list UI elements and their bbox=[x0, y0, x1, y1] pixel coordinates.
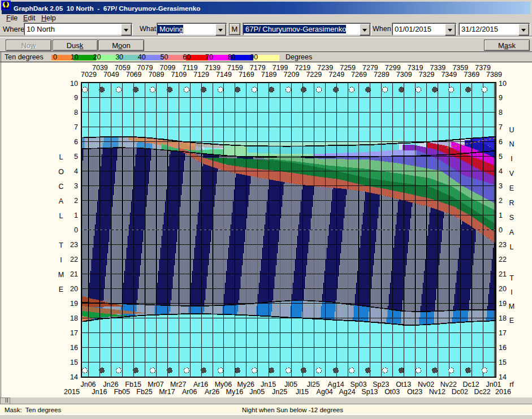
svg-text:Jn15: Jn15 bbox=[261, 381, 276, 388]
svg-text:7299: 7299 bbox=[385, 64, 401, 72]
svg-text:M: M bbox=[509, 303, 514, 310]
svg-text:7129: 7129 bbox=[193, 71, 209, 79]
svg-text:7199: 7199 bbox=[273, 64, 288, 72]
svg-text:9: 9 bbox=[74, 94, 78, 102]
svg-text:3: 3 bbox=[74, 182, 78, 190]
svg-text:Jn01: Jn01 bbox=[486, 381, 501, 388]
svg-text:8: 8 bbox=[74, 109, 78, 116]
svg-text:I: I bbox=[511, 155, 512, 163]
svg-text:S: S bbox=[509, 214, 514, 222]
svg-text:7079: 7079 bbox=[137, 64, 153, 72]
svg-text:Dc22: Dc22 bbox=[474, 388, 491, 396]
svg-text:21: 21 bbox=[499, 270, 507, 278]
svg-text:T: T bbox=[509, 274, 514, 282]
svg-text:7379: 7379 bbox=[475, 64, 491, 72]
svg-text:16: 16 bbox=[499, 344, 507, 352]
svg-text:7229: 7229 bbox=[306, 71, 322, 79]
svg-text:rf: rf bbox=[509, 381, 514, 388]
svg-text:Jn25: Jn25 bbox=[272, 388, 287, 396]
svg-text:Jn16: Jn16 bbox=[92, 388, 107, 396]
svg-text:Sp03: Sp03 bbox=[350, 381, 366, 388]
svg-text:6: 6 bbox=[74, 138, 78, 146]
svg-text:20: 20 bbox=[70, 285, 78, 293]
svg-text:E: E bbox=[59, 286, 63, 293]
svg-text:Jl05: Jl05 bbox=[284, 381, 297, 388]
svg-text:E: E bbox=[509, 184, 514, 192]
svg-text:17: 17 bbox=[499, 329, 507, 337]
svg-text:10: 10 bbox=[499, 80, 507, 88]
svg-text:7359: 7359 bbox=[452, 64, 468, 72]
svg-text:7039: 7039 bbox=[92, 64, 108, 72]
svg-text:14: 14 bbox=[499, 373, 507, 381]
svg-text:N: N bbox=[509, 140, 514, 148]
svg-text:7319: 7319 bbox=[408, 64, 423, 72]
svg-text:2015: 2015 bbox=[64, 388, 80, 396]
svg-text:Ag24: Ag24 bbox=[339, 388, 355, 396]
svg-text:Mr27: Mr27 bbox=[170, 381, 187, 388]
svg-text:Nv22: Nv22 bbox=[440, 381, 457, 388]
svg-text:C: C bbox=[58, 183, 63, 191]
svg-text:L: L bbox=[59, 153, 63, 161]
svg-text:Jn05: Jn05 bbox=[249, 388, 265, 396]
svg-text:15: 15 bbox=[70, 358, 78, 366]
svg-text:19: 19 bbox=[499, 300, 507, 308]
svg-text:7159: 7159 bbox=[227, 64, 243, 72]
svg-text:M: M bbox=[58, 271, 64, 279]
svg-text:E: E bbox=[509, 317, 514, 325]
svg-text:7049: 7049 bbox=[103, 71, 119, 79]
svg-text:A: A bbox=[59, 197, 64, 205]
svg-text:Dc02: Dc02 bbox=[452, 388, 468, 396]
svg-text:Ot23: Ot23 bbox=[407, 388, 422, 396]
svg-text:7249: 7249 bbox=[328, 71, 344, 79]
svg-text:L: L bbox=[59, 212, 63, 220]
svg-text:7: 7 bbox=[499, 123, 503, 131]
svg-text:7339: 7339 bbox=[430, 64, 446, 72]
svg-text:7: 7 bbox=[74, 123, 78, 131]
svg-text:I: I bbox=[511, 288, 512, 296]
svg-text:7389: 7389 bbox=[486, 71, 502, 79]
svg-text:18: 18 bbox=[70, 314, 78, 322]
svg-text:My16: My16 bbox=[226, 388, 244, 396]
svg-text:15: 15 bbox=[499, 358, 507, 366]
svg-text:L: L bbox=[510, 243, 514, 251]
svg-text:2: 2 bbox=[499, 197, 503, 205]
svg-text:V: V bbox=[509, 170, 514, 178]
svg-text:7069: 7069 bbox=[126, 71, 142, 79]
svg-text:7139: 7139 bbox=[205, 64, 220, 72]
svg-text:Jl15: Jl15 bbox=[296, 388, 309, 396]
svg-text:9: 9 bbox=[499, 94, 503, 102]
svg-text:Fb15: Fb15 bbox=[125, 381, 141, 388]
svg-text:7029: 7029 bbox=[81, 71, 97, 79]
svg-text:16: 16 bbox=[70, 344, 78, 352]
svg-text:7329: 7329 bbox=[419, 71, 435, 79]
svg-text:Mr17: Mr17 bbox=[159, 388, 175, 396]
svg-text:Ar06: Ar06 bbox=[182, 388, 197, 396]
svg-text:22: 22 bbox=[499, 256, 507, 264]
svg-text:My26: My26 bbox=[237, 381, 255, 388]
svg-text:23: 23 bbox=[70, 241, 78, 249]
svg-text:6: 6 bbox=[499, 138, 503, 146]
svg-text:5: 5 bbox=[74, 153, 78, 161]
svg-text:7189: 7189 bbox=[261, 71, 277, 79]
svg-text:7259: 7259 bbox=[340, 64, 356, 72]
svg-text:7089: 7089 bbox=[149, 71, 165, 79]
svg-text:O: O bbox=[58, 168, 64, 176]
svg-text:Ag04: Ag04 bbox=[317, 388, 333, 396]
svg-text:5: 5 bbox=[499, 153, 503, 161]
svg-text:4: 4 bbox=[499, 167, 503, 175]
svg-text:0: 0 bbox=[74, 226, 78, 234]
svg-text:Dc12: Dc12 bbox=[463, 381, 479, 388]
svg-text:18: 18 bbox=[499, 314, 507, 322]
svg-text:1: 1 bbox=[499, 211, 503, 219]
svg-text:21: 21 bbox=[70, 270, 78, 278]
svg-text:7289: 7289 bbox=[374, 71, 390, 79]
svg-text:7099: 7099 bbox=[159, 64, 175, 72]
svg-text:Sp23: Sp23 bbox=[373, 381, 389, 388]
svg-text:R: R bbox=[509, 199, 514, 207]
svg-text:14: 14 bbox=[70, 373, 78, 381]
svg-text:7219: 7219 bbox=[295, 64, 310, 72]
svg-text:T: T bbox=[59, 241, 63, 249]
svg-text:20: 20 bbox=[499, 285, 507, 293]
svg-text:Jl25: Jl25 bbox=[307, 381, 320, 388]
svg-text:7209: 7209 bbox=[284, 71, 300, 79]
